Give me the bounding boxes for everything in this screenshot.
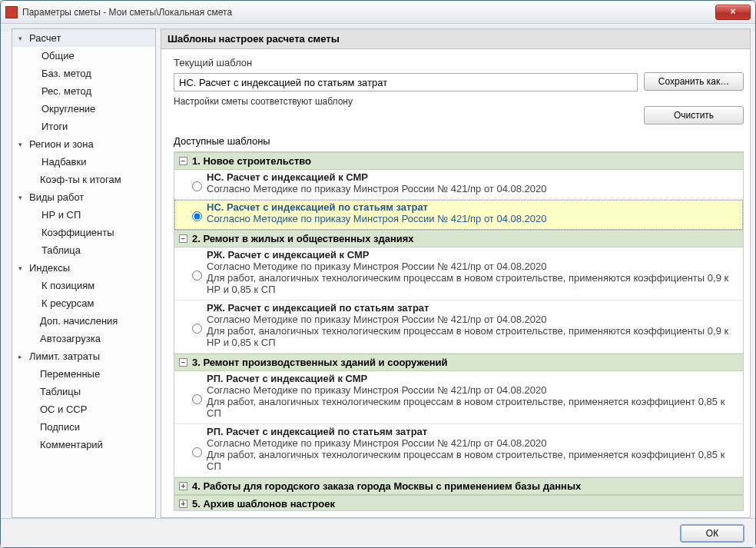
nav-item-6[interactable]: ▾Регион и зона	[12, 135, 155, 153]
expand-icon: +	[179, 482, 187, 490]
template-radio[interactable]	[192, 211, 202, 221]
dialog-window: Параметры сметы - Мои сметы\Локальная см…	[0, 0, 756, 548]
nav-item-3[interactable]: Рес. метод	[12, 82, 155, 100]
nav-item-label: Лимит. затраты	[29, 350, 100, 362]
nav-item-label: Итоги	[41, 121, 68, 132]
template-radio[interactable]	[192, 394, 202, 404]
nav-caret-icon: ▾	[18, 141, 26, 148]
template-option-title: РП. Расчет с индексацией к СМР	[207, 373, 740, 384]
nav-item-label: Виды работ	[29, 191, 84, 203]
nav-item-18[interactable]: ▸Лимит. затраты	[12, 347, 155, 365]
template-list[interactable]: −1. Новое строительствоНС. Расчет с инде…	[174, 151, 744, 511]
group-header-4[interactable]: +4. Работы для городского заказа города …	[174, 477, 743, 495]
current-template-row: Текущий шаблон Настройки сметы соответст…	[174, 57, 744, 125]
nav-item-19[interactable]: Переменные	[12, 365, 155, 383]
nav-item-15[interactable]: К ресурсам	[12, 294, 155, 312]
nav-item-label: Индексы	[29, 262, 70, 274]
ok-button[interactable]: ОК	[680, 524, 744, 543]
template-option-title: РП. Расчет с индексацией по статьям затр…	[207, 426, 740, 437]
nav-item-8[interactable]: Коэф-ты к итогам	[12, 171, 155, 188]
clear-button[interactable]: Очистить	[644, 106, 744, 125]
nav-item-17[interactable]: Автозагрузка	[12, 330, 155, 347]
template-option[interactable]: РП. Расчет с индексацией к СМРСогласно М…	[174, 371, 743, 424]
template-option-desc: Согласно Методике по приказу Минстроя Ро…	[207, 314, 740, 348]
template-option-desc: Согласно Методике по приказу Минстроя Ро…	[207, 213, 740, 224]
nav-item-12[interactable]: Таблица	[12, 241, 155, 259]
close-button[interactable]: ×	[715, 5, 751, 20]
template-option[interactable]: РЖ. Расчет с индексацией к СМРСогласно М…	[174, 247, 743, 301]
template-radio[interactable]	[192, 181, 202, 191]
template-radio[interactable]	[192, 447, 202, 457]
window-title: Параметры сметы - Мои сметы\Локальная см…	[22, 7, 232, 18]
app-icon	[5, 6, 18, 18]
nav-item-7[interactable]: Надбавки	[12, 153, 155, 171]
nav-item-1[interactable]: Общие	[12, 47, 155, 65]
group-header-2[interactable]: −2. Ремонт в жилых и общественных здания…	[174, 230, 743, 247]
right-panel: Шаблоны настроек расчета сметы Текущий ш…	[161, 28, 751, 518]
close-icon: ×	[730, 6, 735, 17]
content-area: ▾РасчетОбщиеБаз. методРес. методОкруглен…	[1, 24, 755, 518]
nav-item-label: К ресурсам	[41, 297, 94, 309]
group-title: 2. Ремонт в жилых и общественных зданиях	[192, 233, 414, 244]
available-templates-label: Доступные шаблоны	[174, 135, 744, 147]
nav-item-label: Надбавки	[41, 156, 86, 168]
group-title: 5. Архив шаблонов настроек	[192, 498, 335, 510]
nav-item-13[interactable]: ▾Индексы	[12, 259, 155, 277]
nav-item-2[interactable]: Баз. метод	[12, 65, 155, 82]
nav-caret-icon: ▾	[18, 194, 26, 201]
template-option-desc: Согласно Методике по приказу Минстроя Ро…	[207, 437, 740, 472]
template-option[interactable]: РЖ. Расчет с индексацией по статьям затр…	[174, 301, 743, 354]
nav-item-label: ОС и ССР	[40, 404, 87, 415]
nav-item-21[interactable]: ОС и ССР	[12, 400, 155, 418]
template-option[interactable]: РП. Расчет с индексацией по статьям затр…	[174, 424, 743, 477]
collapse-icon: −	[179, 157, 187, 165]
nav-item-label: Таблица	[41, 244, 81, 256]
nav-item-0[interactable]: ▾Расчет	[12, 29, 155, 47]
current-template-input[interactable]	[174, 73, 638, 91]
footer-bar: ОК	[1, 518, 755, 547]
group-title: 1. Новое строительство	[192, 155, 311, 167]
nav-item-20[interactable]: Таблицы	[12, 383, 155, 400]
nav-item-4[interactable]: Округление	[12, 100, 155, 118]
nav-item-5[interactable]: Итоги	[12, 118, 155, 135]
sidebar-tree[interactable]: ▾РасчетОбщиеБаз. методРес. методОкруглен…	[12, 28, 156, 518]
nav-item-label: К позициям	[41, 280, 94, 291]
nav-item-label: Баз. метод	[41, 68, 91, 79]
template-option-desc: Согласно Методике по приказу Минстроя Ро…	[207, 261, 740, 295]
nav-item-label: Коэф-ты к итогам	[40, 174, 121, 185]
nav-item-11[interactable]: Коэффициенты	[12, 224, 155, 241]
nav-item-14[interactable]: К позициям	[12, 277, 155, 294]
nav-item-label: НР и СП	[41, 209, 81, 221]
nav-item-9[interactable]: ▾Виды работ	[12, 188, 155, 206]
group-header-3[interactable]: −3. Ремонт производственных зданий и соо…	[174, 354, 743, 371]
nav-item-10[interactable]: НР и СП	[12, 206, 155, 224]
nav-item-label: Автозагрузка	[40, 333, 101, 344]
template-option-title: НС. Расчет с индексацией к СМР	[207, 171, 740, 183]
nav-caret-icon: ▾	[18, 264, 26, 272]
nav-item-label: Доп. начисления	[40, 315, 118, 327]
nav-item-16[interactable]: Доп. начисления	[12, 312, 155, 330]
group-header-1[interactable]: −1. Новое строительство	[174, 152, 743, 170]
template-option-title: РЖ. Расчет с индексацией по статьям затр…	[207, 302, 740, 314]
template-option-title: РЖ. Расчет с индексацией к СМР	[207, 249, 740, 261]
save-as-button[interactable]: Сохранить как…	[644, 72, 744, 91]
nav-item-label: Комментарий	[40, 439, 103, 450]
template-option-desc: Согласно Методике по приказу Минстроя Ро…	[207, 384, 740, 419]
group-title: 3. Ремонт производственных зданий и соор…	[192, 357, 448, 368]
nav-item-22[interactable]: Подписи	[12, 418, 155, 436]
nav-item-label: Округление	[41, 103, 95, 115]
nav-item-label: Таблицы	[40, 386, 81, 397]
nav-caret-icon: ▾	[18, 35, 26, 42]
template-option[interactable]: НС. Расчет с индексацией к СМРСогласно М…	[174, 170, 743, 200]
titlebar: Параметры сметы - Мои сметы\Локальная см…	[1, 1, 755, 24]
group-header-5[interactable]: +5. Архив шаблонов настроек	[174, 495, 743, 511]
nav-item-label: Переменные	[40, 368, 100, 380]
template-radio[interactable]	[192, 271, 202, 281]
template-option-desc: Согласно Методике по приказу Минстроя Ро…	[207, 183, 740, 194]
nav-item-label: Расчет	[29, 32, 61, 44]
nav-item-23[interactable]: Комментарий	[12, 436, 155, 453]
template-radio[interactable]	[192, 324, 202, 334]
template-option[interactable]: НС. Расчет с индексацией по статьям затр…	[174, 200, 743, 230]
nav-item-label: Коэффициенты	[41, 227, 114, 238]
collapse-icon: −	[179, 358, 187, 367]
